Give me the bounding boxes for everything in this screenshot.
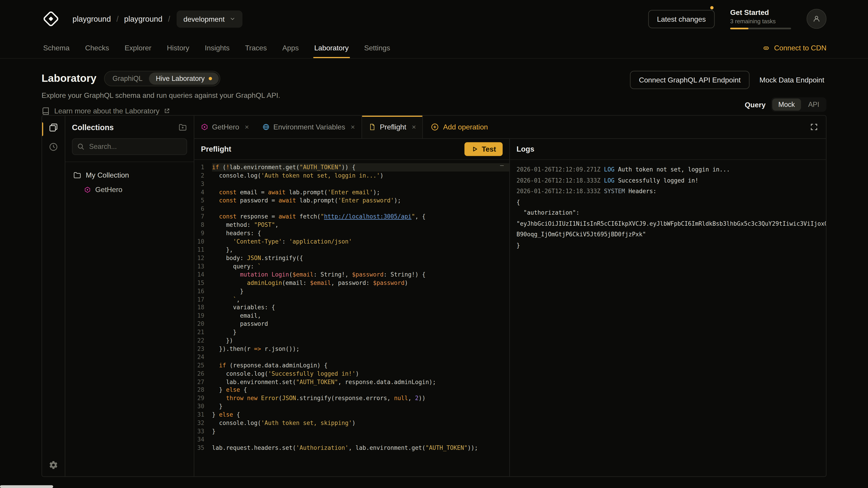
code-line-8[interactable]: 8 method: "POST", [194,221,509,229]
environment-selector[interactable]: development [177,10,242,27]
breadcrumb-project[interactable]: playground [124,14,162,23]
lab-ui-toggle-hive-laboratory[interactable]: Hive Laboratory [149,72,219,85]
code-line-4[interactable]: 4 const email = await lab.prompt('Enter … [194,188,509,196]
code-line-13[interactable]: 13 query: ` [194,262,509,271]
tab-environment-variables[interactable]: Environment Variables× [256,116,362,138]
code-line-16[interactable]: 16 } [194,287,509,295]
nav-item-settings[interactable]: Settings [356,38,398,58]
code-line-12[interactable]: 12 body: JSON.stringify({ [194,254,509,262]
code-line-9[interactable]: 9 headers: { [194,229,509,237]
code-line-11[interactable]: 11 }, [194,246,509,254]
nav-item-apps[interactable]: Apps [275,38,307,58]
code-editor[interactable]: — 1if (!lab.environment.get("AUTH_TOKEN"… [194,160,509,477]
code-line-29[interactable]: 29 throw new Error(JSON.stringify(respon… [194,394,509,402]
fold-control[interactable]: — [500,162,504,170]
line-number: 25 [194,361,212,369]
page-title: Laboratory [41,72,96,85]
latest-changes-button[interactable]: Latest changes [648,10,715,28]
code-line-1[interactable]: 1if (!lab.environment.get("AUTH_TOKEN"))… [194,163,509,171]
code-line-33[interactable]: 33} [194,427,509,435]
code-line-18[interactable]: 18 variables: { [194,303,509,312]
close-icon[interactable]: × [412,123,416,131]
new-collection-button[interactable] [178,123,187,132]
tab-preflight[interactable]: Preflight× [362,116,423,138]
code-line-10[interactable]: 10 'Content-Type': 'application/json' [194,237,509,246]
code-line-34[interactable]: 34 [194,435,509,444]
code-line-20[interactable]: 20 password [194,320,509,328]
line-number: 31 [194,411,212,419]
code-line-text: if (response.data.adminLogin) { [212,361,509,369]
code-line-15[interactable]: 15 adminLogin(email: $email, password: $… [194,279,509,287]
get-started-widget[interactable]: Get Started 3 remaining tasks [730,8,791,29]
mock-endpoint-button[interactable]: Mock Data Endpoint [757,71,827,89]
collection-folder-my-collection[interactable]: My Collection [65,168,194,183]
line-number: 14 [194,270,212,279]
breadcrumb-separator: / [116,14,119,23]
code-line-22[interactable]: 22 }) [194,336,509,345]
horizontal-scrollbar-thumb[interactable] [0,485,53,488]
query-mode-chip-api[interactable]: API [802,98,825,111]
link-icon [763,44,770,52]
code-line-35[interactable]: 35lab.request.headers.set('Authorization… [194,444,509,452]
code-line-text: }) [212,336,509,345]
line-number: 4 [194,188,212,196]
nav-item-checks[interactable]: Checks [77,38,117,58]
lab-ui-toggle-graphiql[interactable]: GraphiQL [106,72,149,85]
history-rail-button[interactable] [49,142,58,152]
query-mode-chip-mock[interactable]: Mock [772,98,801,111]
code-line-5[interactable]: 5 const password = await lab.prompt('Ent… [194,196,509,204]
line-number: 5 [194,196,212,204]
code-line-2[interactable]: 2 console.log('Auth token not set, loggi… [194,171,509,180]
code-line-27[interactable]: 27 lab.environment.set("AUTH_TOKEN", res… [194,378,509,386]
code-line-3[interactable]: 3 [194,180,509,188]
code-line-6[interactable]: 6 [194,204,509,213]
code-line-25[interactable]: 25 if (response.data.adminLogin) { [194,361,509,369]
code-line-text: mutation Login($email: String!, $passwor… [212,270,509,279]
code-line-21[interactable]: 21 } [194,328,509,337]
connect-to-cdn-button[interactable]: Connect to CDN [763,38,833,58]
connect-endpoint-button[interactable]: Connect GraphQL API Endpoint [630,71,749,89]
nav-item-schema[interactable]: Schema [35,38,77,58]
nav-item-laboratory[interactable]: Laboratory [307,38,356,58]
learn-more-link[interactable]: Learn more about the Laboratory [41,107,280,115]
code-line-7[interactable]: 7 const response = await fetch("http://l… [194,213,509,221]
hive-logo[interactable] [41,9,60,28]
nav-item-history[interactable]: History [159,38,197,58]
collections-rail-button[interactable] [49,123,58,132]
code-line-text: }, [212,246,509,254]
fullscreen-button[interactable] [802,116,826,138]
plus-circle-icon [431,123,439,131]
close-icon[interactable]: × [351,123,355,131]
code-line-26[interactable]: 26 console.log('Successfully logged in!'… [194,369,509,378]
code-line-text: if (!lab.environment.get("AUTH_TOKEN")) … [212,163,509,171]
code-line-text: variables: { [212,303,509,312]
test-button[interactable]: Test [465,142,502,156]
code-line-text [212,204,509,213]
collection-operation-gethero[interactable]: GetHero [65,183,194,196]
code-line-31[interactable]: 31} else { [194,411,509,419]
code-line-text: } [212,427,509,435]
close-icon[interactable]: × [245,123,249,131]
line-number: 16 [194,287,212,295]
log-timestamp: 2026-01-26T12:12:18.333Z [517,188,604,194]
settings-rail-button[interactable] [49,460,58,470]
add-operation-button[interactable]: Add operation [423,116,496,138]
code-line-19[interactable]: 19 email, [194,312,509,320]
code-line-text: const email = await lab.prompt('Enter em… [212,188,509,196]
breadcrumb-org[interactable]: playground [72,14,111,23]
tab-label: GetHero [212,123,239,131]
user-avatar[interactable] [807,9,827,29]
log-entry: 2026-01-26T12:12:09.271Z LOG Auth token … [517,164,826,175]
code-line-14[interactable]: 14 mutation Login($email: String!, $pass… [194,270,509,279]
nav-item-insights[interactable]: Insights [197,38,237,58]
collections-search-input[interactable] [72,138,187,155]
nav-item-traces[interactable]: Traces [237,38,275,58]
nav-item-explorer[interactable]: Explorer [117,38,159,58]
tab-gethero[interactable]: GetHero× [194,116,256,138]
code-line-30[interactable]: 30 } [194,402,509,411]
code-line-28[interactable]: 28 } else { [194,386,509,394]
code-line-23[interactable]: 23 }).then(r => r.json()); [194,345,509,353]
code-line-32[interactable]: 32 console.log('Auth token set, skipping… [194,419,509,427]
code-line-17[interactable]: 17 `, [194,295,509,304]
code-line-24[interactable]: 24 [194,353,509,361]
